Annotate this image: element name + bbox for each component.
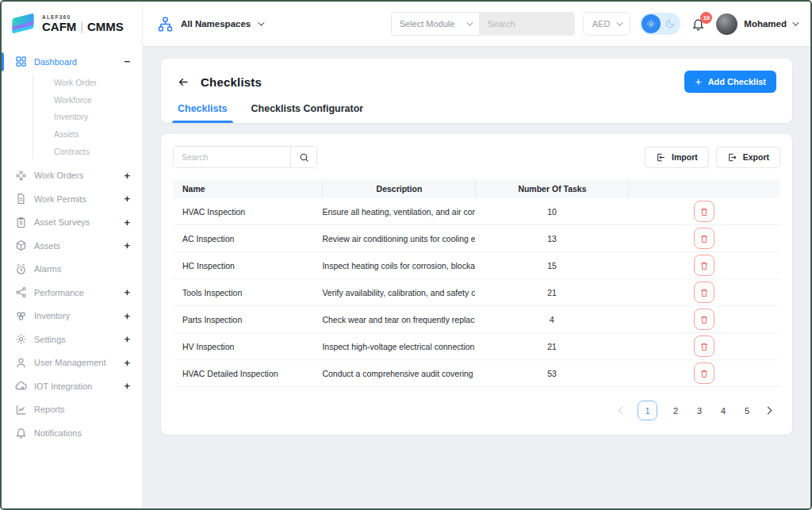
user-menu[interactable]: Mohamed	[744, 19, 797, 29]
page-number-1[interactable]: 1	[638, 401, 657, 420]
sidebar-item-asset-surveys[interactable]: Asset Surveys +	[2, 210, 142, 234]
next-page-button[interactable]	[765, 408, 771, 413]
delete-button[interactable]	[694, 309, 714, 330]
cell-number-of-tasks: 21	[475, 288, 628, 297]
plus-icon: +	[695, 76, 701, 87]
dark-mode-button[interactable]	[661, 15, 679, 33]
import-button[interactable]: Import	[645, 147, 709, 168]
expand-icon[interactable]: +	[124, 310, 130, 322]
sidebar-item-reports[interactable]: Reports	[2, 397, 142, 421]
notifications-button[interactable]: 10	[691, 17, 705, 31]
page-number-4[interactable]: 4	[718, 406, 729, 416]
table-row[interactable]: HVAC InspectionEnsure all heating, venti…	[173, 198, 780, 225]
table-search-input[interactable]	[174, 147, 290, 167]
column-header-name: Name	[173, 179, 322, 198]
delete-button[interactable]	[694, 282, 714, 303]
delete-button[interactable]	[694, 255, 714, 276]
expand-icon[interactable]: +	[124, 193, 130, 205]
cell-name: HVAC Detailed Inspection	[173, 369, 322, 378]
delete-button[interactable]	[694, 336, 714, 357]
sidebar-item-work-permits[interactable]: Work Permits +	[2, 187, 142, 211]
sidebar: ALEF360 CAFM | CMMS Dashboard − Work Ord…	[2, 2, 143, 508]
cell-name: Tools Inspection	[173, 288, 322, 297]
sidebar-item-label: IOT Integration	[34, 382, 124, 391]
expand-icon[interactable]: +	[124, 170, 130, 182]
sidebar-item-label: Reports	[34, 405, 130, 414]
collapse-icon[interactable]: −	[124, 56, 130, 67]
column-header-number-of-tasks: Number Of Tasks	[475, 179, 628, 198]
search-button[interactable]	[290, 147, 316, 167]
sidebar-item-user-management[interactable]: User Management +	[2, 351, 142, 374]
sidebar-item-settings[interactable]: Settings +	[2, 328, 142, 351]
table-row[interactable]: HVAC Detailed InspectionConduct a compre…	[173, 360, 780, 387]
sidebar-item-assets[interactable]: Assets +	[2, 234, 142, 258]
chevron-right-icon	[764, 407, 772, 415]
light-mode-button[interactable]	[642, 14, 661, 33]
expand-icon[interactable]: +	[124, 333, 130, 345]
table-row[interactable]: AC InspectionReview air conditioning uni…	[173, 225, 780, 252]
sidebar-item-inventory[interactable]: Inventory +	[2, 304, 142, 328]
currency-select[interactable]: AED	[583, 12, 631, 36]
sidebar-subitem-inventory[interactable]: Inventory	[33, 109, 142, 126]
expand-icon[interactable]: +	[124, 217, 130, 228]
sidebar-item-iot-integration[interactable]: IOT Integration +	[2, 374, 142, 398]
sidebar-item-dashboard[interactable]: Dashboard −	[2, 50, 142, 74]
sidebar-subitem-work-order[interactable]: Work Order	[33, 75, 142, 92]
page-number-5[interactable]: 5	[741, 406, 753, 416]
cell-description: Check wear and tear on frequently replac…	[322, 315, 475, 324]
page-number-2[interactable]: 2	[670, 406, 681, 416]
tab-checklists-configurator[interactable]: Checklists Configurator	[251, 103, 364, 123]
performance-icon	[14, 286, 27, 299]
expand-icon[interactable]: +	[124, 357, 130, 369]
trash-icon	[699, 261, 709, 270]
reports-chart-icon	[14, 403, 27, 416]
sidebar-item-label: User Management	[34, 358, 124, 367]
global-search-input[interactable]	[480, 12, 575, 36]
cell-name: HVAC Inspection	[173, 207, 322, 217]
user-avatar[interactable]	[716, 13, 737, 35]
chevron-left-icon	[619, 407, 626, 415]
expand-icon[interactable]: +	[124, 240, 130, 251]
sidebar-item-alarms[interactable]: Alarms	[2, 257, 142, 281]
sidebar-item-label: Notifications	[34, 428, 130, 438]
sidebar-subitem-contracts[interactable]: Contracts	[33, 143, 142, 160]
app-window: ALEF360 CAFM | CMMS Dashboard − Work Ord…	[0, 0, 812, 510]
sidebar-subitem-workforce[interactable]: Workforce	[33, 91, 142, 109]
sidebar-item-notifications[interactable]: Notifications	[2, 421, 142, 445]
module-select[interactable]: Select Module	[391, 12, 480, 36]
cell-description: Ensure all heating, ventilation, and air…	[322, 207, 475, 217]
delete-button[interactable]	[694, 362, 714, 384]
delete-button[interactable]	[694, 201, 714, 222]
sidebar-subitem-assets[interactable]: Assets	[33, 125, 142, 143]
page-number-3[interactable]: 3	[694, 406, 705, 416]
table-row[interactable]: HC InspectionInspect heating coils for c…	[173, 252, 780, 279]
table-row[interactable]: Tools InspectionVerify availability, cal…	[173, 279, 780, 306]
inventory-icon	[14, 309, 27, 322]
tab-checklists[interactable]: Checklists	[178, 103, 228, 123]
sidebar-item-work-orders[interactable]: Work Orders +	[2, 163, 142, 187]
table-row[interactable]: Parts InspectionCheck wear and tear on f…	[173, 306, 780, 333]
delete-button[interactable]	[694, 228, 714, 249]
sidebar-item-label: Performance	[34, 288, 124, 297]
sidebar-item-label: Dashboard	[34, 57, 124, 67]
namespace-selector[interactable]: All Namespaces	[157, 16, 262, 33]
currency-value: AED	[592, 19, 611, 29]
page-title: Checklists	[201, 75, 262, 89]
trash-icon	[699, 234, 709, 243]
brand-cafm: CAFM	[42, 20, 76, 33]
cell-actions	[628, 362, 780, 384]
previous-page-button[interactable]	[619, 408, 625, 413]
brand-logo[interactable]: ALEF360 CAFM | CMMS	[2, 2, 142, 46]
expand-icon[interactable]: +	[124, 380, 130, 392]
add-checklist-label: Add Checklist	[708, 77, 766, 86]
namespace-label: All Namespaces	[181, 19, 251, 29]
cell-number-of-tasks: 53	[475, 369, 628, 378]
brand-cmms: CMMS	[87, 20, 124, 33]
table-row[interactable]: HV InspectionInspect high-voltage electr…	[173, 333, 780, 360]
add-checklist-button[interactable]: + Add Checklist	[684, 71, 776, 93]
sidebar-item-performance[interactable]: Performance +	[2, 281, 142, 305]
expand-icon[interactable]: +	[124, 286, 130, 298]
export-button[interactable]: Export	[716, 147, 780, 168]
back-button[interactable]	[177, 75, 190, 89]
chevron-down-icon	[466, 19, 473, 25]
